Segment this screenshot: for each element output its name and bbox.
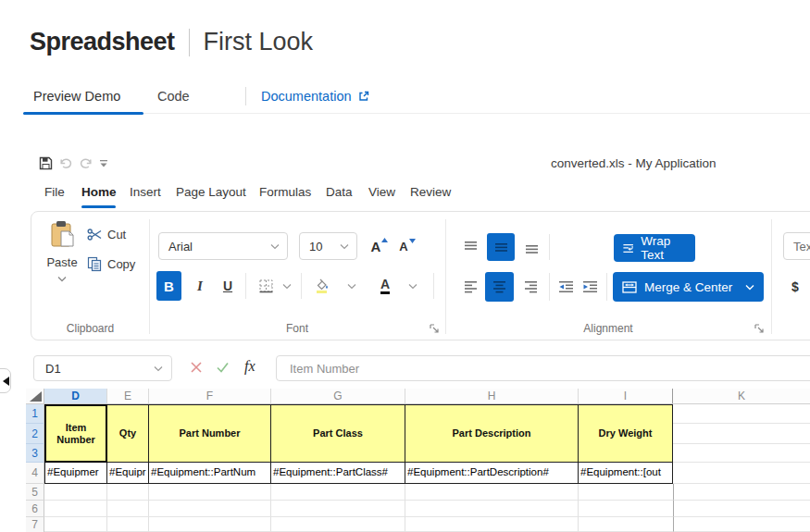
menu-page-layout[interactable]: Page Layout — [176, 185, 246, 199]
empty-cell[interactable] — [271, 501, 405, 517]
menu-data[interactable]: Data — [326, 185, 353, 199]
row-header-7[interactable]: 7 — [26, 517, 44, 532]
row-header-4[interactable]: 4 — [26, 463, 44, 484]
font-dialog-launcher[interactable] — [429, 321, 440, 332]
copy-button[interactable]: Copy — [87, 256, 135, 272]
cancel-entry-icon[interactable] — [190, 361, 203, 377]
menu-file[interactable]: File — [44, 185, 65, 199]
number-format-select[interactable]: Tex — [783, 232, 810, 260]
cell-F1[interactable]: Part Number — [149, 404, 271, 463]
align-middle-button[interactable] — [487, 233, 515, 261]
column-header-E[interactable]: E — [107, 389, 149, 403]
bold-button[interactable]: B — [156, 271, 181, 301]
align-right-button[interactable] — [517, 273, 543, 301]
wrap-text-button[interactable]: Wrap Text — [614, 234, 695, 262]
insert-function-icon[interactable]: fx — [244, 358, 255, 375]
name-box[interactable]: D1 — [33, 355, 172, 381]
menu-view[interactable]: View — [368, 185, 395, 199]
increase-indent-button[interactable] — [578, 273, 602, 301]
column-header-I[interactable]: I — [579, 389, 673, 403]
empty-cell[interactable] — [44, 484, 107, 501]
grow-font-button[interactable]: A — [368, 234, 392, 258]
row-header-1[interactable]: 1 — [26, 404, 44, 424]
empty-cell[interactable] — [673, 501, 810, 517]
empty-cell[interactable] — [44, 501, 107, 517]
empty-cell[interactable] — [405, 484, 579, 501]
row-header-5[interactable]: 5 — [26, 484, 44, 501]
select-all-button[interactable] — [26, 389, 44, 403]
menu-formulas[interactable]: Formulas — [259, 185, 311, 199]
cell-G1[interactable]: Part Class — [271, 404, 405, 463]
empty-cell[interactable] — [107, 517, 149, 532]
empty-cell[interactable] — [579, 517, 673, 532]
empty-cell[interactable] — [405, 501, 579, 517]
empty-cell[interactable] — [149, 517, 271, 532]
empty-cell[interactable] — [271, 517, 405, 532]
cell-H4[interactable]: #Equipment::PartDescription# — [405, 463, 579, 484]
column-header-F[interactable]: F — [149, 389, 271, 403]
fill-color-dropdown[interactable] — [343, 271, 360, 301]
font-size-select[interactable]: 10 — [299, 232, 357, 260]
font-family-select[interactable]: Arial — [158, 232, 288, 260]
cell-I1[interactable]: Dry Weight — [579, 404, 673, 463]
empty-cell[interactable] — [673, 484, 810, 501]
decrease-indent-button[interactable] — [554, 273, 578, 301]
confirm-entry-icon[interactable] — [216, 361, 230, 377]
currency-button[interactable]: $ — [783, 273, 807, 301]
fill-color-button[interactable] — [309, 271, 335, 301]
empty-cell[interactable] — [673, 444, 810, 463]
cell-I4[interactable]: #Equipment::[out — [579, 463, 673, 484]
cut-button[interactable]: Cut — [87, 227, 126, 242]
empty-cell[interactable] — [149, 501, 271, 517]
documentation-link[interactable]: Documentation — [261, 89, 370, 104]
alignment-dialog-launcher[interactable] — [754, 321, 765, 332]
empty-cell[interactable] — [271, 484, 405, 501]
undo-icon[interactable] — [58, 156, 73, 170]
empty-cell[interactable] — [107, 501, 149, 517]
empty-cell[interactable] — [673, 463, 810, 484]
align-bottom-button[interactable] — [518, 234, 544, 260]
tab-code[interactable]: Code — [157, 89, 190, 104]
panel-collapse-toggle[interactable] — [0, 368, 11, 393]
cell-D1-selected[interactable]: Item Number — [44, 404, 107, 463]
empty-cell[interactable] — [673, 424, 810, 444]
row-header-6[interactable]: 6 — [26, 501, 44, 517]
empty-cell[interactable] — [44, 517, 107, 532]
empty-cell[interactable] — [405, 517, 579, 532]
cell-E4[interactable]: #Equipr — [107, 463, 149, 484]
customize-toolbar-icon[interactable] — [99, 159, 108, 168]
empty-cell[interactable] — [673, 404, 810, 424]
cell-G4[interactable]: #Equipment::PartClass# — [271, 463, 405, 484]
formula-input[interactable] — [276, 355, 810, 381]
paste-button[interactable]: Paste — [41, 219, 83, 299]
column-header-G[interactable]: G — [271, 389, 405, 403]
redo-icon[interactable] — [79, 156, 93, 170]
row-header-3[interactable]: 3 — [26, 444, 44, 463]
save-button[interactable] — [39, 156, 53, 170]
cell-H1[interactable]: Part Description — [405, 404, 579, 463]
column-header-H[interactable]: H — [405, 389, 579, 403]
menu-review[interactable]: Review — [410, 185, 451, 199]
merge-center-button[interactable]: Merge & Center — [613, 272, 764, 302]
align-top-button[interactable] — [457, 234, 483, 260]
empty-cell[interactable] — [579, 501, 673, 517]
align-left-button[interactable] — [457, 273, 483, 301]
italic-button[interactable]: I — [189, 271, 211, 301]
borders-button[interactable] — [253, 271, 279, 301]
shrink-font-button[interactable]: A — [395, 234, 419, 258]
row-header-2[interactable]: 2 — [26, 424, 44, 444]
menu-home[interactable]: Home — [81, 185, 117, 199]
tab-preview-demo[interactable]: Preview Demo — [33, 89, 120, 104]
empty-cell[interactable] — [673, 517, 810, 532]
borders-dropdown[interactable] — [279, 271, 295, 301]
cell-E1[interactable]: Qty — [107, 404, 149, 463]
empty-cell[interactable] — [149, 484, 271, 501]
column-header-K[interactable]: K — [673, 389, 810, 403]
empty-cell[interactable] — [579, 484, 673, 501]
empty-cell[interactable] — [107, 484, 149, 501]
cell-F4[interactable]: #Equipment::PartNum — [149, 463, 271, 484]
font-color-button[interactable]: A — [372, 271, 398, 301]
underline-button[interactable]: U — [217, 271, 239, 301]
menu-insert[interactable]: Insert — [130, 185, 161, 199]
cell-D4[interactable]: #Equipmer — [44, 463, 107, 484]
